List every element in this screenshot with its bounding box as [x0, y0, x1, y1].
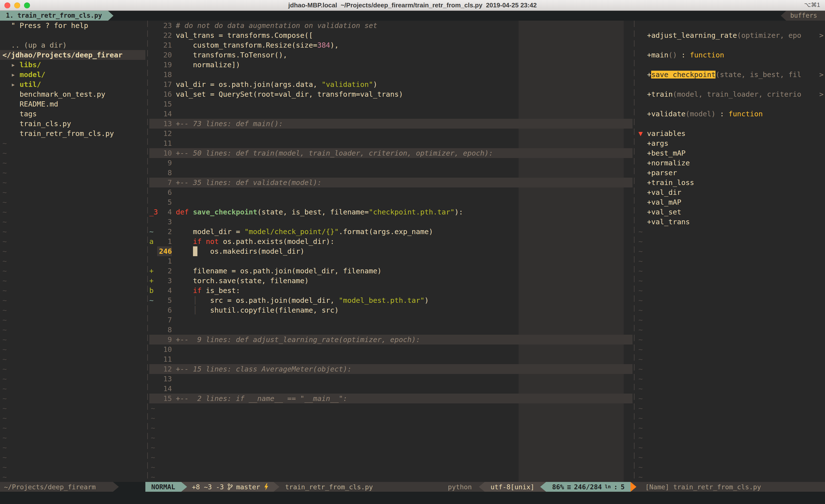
code-line[interactable]: 16val_set = QuerySet(root=val_dir, trans… — [149, 89, 632, 99]
code-line[interactable]: +3 torch.save(state, filename) — [149, 276, 632, 285]
tag-variable[interactable]: +val_trans — [636, 217, 825, 227]
tab-train-retr-from-cls[interactable]: 1. train_retr_from_cls.py — [0, 11, 108, 21]
code-line[interactable]: 3 — [149, 217, 632, 227]
tree-file[interactable]: README.md — [0, 99, 145, 109]
tag-variable[interactable]: +best_mAP — [636, 148, 825, 158]
line-number: 14 — [157, 384, 172, 394]
tree-file[interactable]: train_retr_from_cls.py — [0, 129, 145, 139]
code-line[interactable]: 6 │ shutil.copyfile(filename, src) — [149, 305, 632, 315]
code-line[interactable]: 17val_dir = os.path.join(args.data, "val… — [149, 80, 632, 89]
empty-line-tilde: ~ — [0, 423, 145, 433]
tree-root[interactable]: </jdhao/Projects/deep_firear — [0, 50, 145, 60]
tree-dir-libs[interactable]: ▸ libs/ — [0, 60, 145, 70]
code-line[interactable]: 22val_trans = transforms.Compose([ — [149, 30, 632, 40]
code-line[interactable]: 19 normalize]) — [149, 60, 632, 70]
code-line[interactable]: 23# do not do data augmentation on valid… — [149, 21, 632, 30]
tree-dir-model[interactable]: ▸ model/ — [0, 70, 145, 80]
line-number: 14 — [157, 109, 172, 119]
tag-function-current[interactable]: +save_checkpoint(state, is_best, fil> — [636, 70, 825, 80]
folded-region[interactable]: 10+-- 50 lines: def train(model, train_l… — [149, 148, 632, 158]
line-number: 9 — [157, 335, 172, 344]
code-line[interactable]: +2 filename = os.path.join(model_dir, fi… — [149, 266, 632, 276]
tag-kind-variables[interactable]: ▼ variables — [636, 129, 825, 139]
tag-function[interactable]: +main() : function — [636, 50, 825, 60]
code-line[interactable]: 5 — [149, 197, 632, 207]
empty-line-tilde: ~ — [149, 472, 632, 482]
tag-function[interactable]: +validate(model) : function — [636, 109, 825, 119]
tag-variable[interactable]: +args — [636, 139, 825, 148]
tree-file[interactable]: benchmark_on_test.py — [0, 89, 145, 99]
folded-region[interactable]: 15+-- 2 lines: if __name__ == "__main__"… — [149, 394, 632, 403]
tree-dir-util[interactable]: ▸ util/ — [0, 80, 145, 89]
empty-line-tilde: ~ — [636, 472, 825, 482]
code-line[interactable]: 9 — [149, 158, 632, 168]
tree-item — [0, 30, 145, 40]
window-split-right[interactable] — [634, 21, 634, 482]
code-line[interactable]: _34def save_checkpoint(state, is_best, f… — [149, 207, 632, 217]
folded-region[interactable]: 13+-- 73 lines: def main(): — [149, 119, 632, 129]
tree-help[interactable]: " Press ? for help — [0, 21, 145, 30]
tag-variable[interactable]: +val_mAP — [636, 197, 825, 207]
folded-region[interactable]: 7+-- 35 lines: def validate(model): — [149, 178, 632, 187]
tag-variable[interactable]: +normalize — [636, 158, 825, 168]
line-number: 3 — [157, 217, 172, 227]
tag-variable[interactable]: +parser — [636, 168, 825, 178]
code-line[interactable]: 15 — [149, 99, 632, 109]
folded-region[interactable]: 9+-- 9 lines: def adjust_learning_rate(o… — [149, 335, 632, 344]
empty-line-tilde: ~ — [0, 139, 145, 148]
empty-line-tilde: ~ — [0, 237, 145, 246]
empty-line-tilde: ~ — [0, 315, 145, 325]
line-number: 12 — [157, 129, 172, 139]
tag-function[interactable]: +train(model, train_loader, criterio> — [636, 89, 825, 99]
folded-region[interactable]: 12+-- 15 lines: class AverageMeter(objec… — [149, 364, 632, 374]
code-line[interactable]: 10 — [149, 344, 632, 354]
line-number: 18 — [157, 70, 172, 80]
code-line[interactable]: 8 — [149, 168, 632, 178]
line-number: 11 — [157, 354, 172, 364]
empty-line-tilde: ~ — [636, 374, 825, 384]
code-line[interactable]: ~5 │ src = os.path.join(model_dir, "mode… — [149, 296, 632, 305]
editor-panel[interactable]: 23# do not do data augmentation on valid… — [149, 21, 632, 482]
code-line[interactable]: 13 — [149, 374, 632, 384]
code-line[interactable]: 14 — [149, 109, 632, 119]
code-line[interactable]: 12 — [149, 129, 632, 139]
tag-variable[interactable]: +val_dir — [636, 187, 825, 197]
code-line[interactable]: 1 — [149, 256, 632, 266]
code-line[interactable]: b4 if is_best: — [149, 285, 632, 296]
code-line[interactable]: ~2 model_dir = "model/check_point/{}".fo… — [149, 227, 632, 237]
tag-function[interactable]: +adjust_learning_rate(optimizer, epo> — [636, 30, 825, 40]
column-number: 5 — [621, 482, 625, 492]
code-line[interactable]: 18 — [149, 70, 632, 80]
line-number: 8 — [157, 168, 172, 178]
empty-line-tilde: ~ — [0, 394, 145, 403]
empty-line-tilde: ~ — [0, 354, 145, 364]
statusline-gap — [119, 482, 145, 492]
code-line[interactable]: 8 — [149, 325, 632, 335]
code-line[interactable]: 6 — [149, 187, 632, 197]
empty-line-tilde: ~ — [0, 403, 145, 413]
code-line[interactable]: a1 if not os.path.exists(model_dir): — [149, 237, 632, 246]
line-number: 20 — [157, 50, 172, 60]
tag-variable[interactable]: +train_loss — [636, 178, 825, 187]
code-line[interactable]: 7 — [149, 315, 632, 325]
line-number: 5 — [157, 197, 172, 207]
line-number: 8 — [157, 325, 172, 335]
empty-line-tilde: ~ — [636, 296, 825, 305]
code-line[interactable]: 21 custom_transform.Resize(size=384), — [149, 40, 632, 50]
code-line[interactable]: 11 — [149, 139, 632, 148]
line-number: 2 — [157, 266, 172, 276]
code-line[interactable]: 246 │ os.makedirs(model_dir) — [149, 246, 632, 256]
tree-file[interactable]: tags — [0, 109, 145, 119]
tag-variable[interactable]: +val_set — [636, 207, 825, 217]
line-number: 17 — [157, 80, 172, 89]
code-line[interactable]: 14 — [149, 384, 632, 394]
tree-updir[interactable]: .. (up a dir) — [0, 40, 145, 50]
window-shortcut-indicator: ⌥⌘1 — [804, 0, 820, 10]
git-branch-icon — [227, 483, 233, 490]
code-line[interactable]: 11 — [149, 354, 632, 364]
window-split-left[interactable] — [147, 21, 148, 482]
code-line[interactable]: 20 transforms.ToTensor(), — [149, 50, 632, 60]
tag-item — [636, 40, 825, 50]
tree-file[interactable]: train_cls.py — [0, 119, 145, 129]
line-number: 2 — [157, 227, 172, 237]
